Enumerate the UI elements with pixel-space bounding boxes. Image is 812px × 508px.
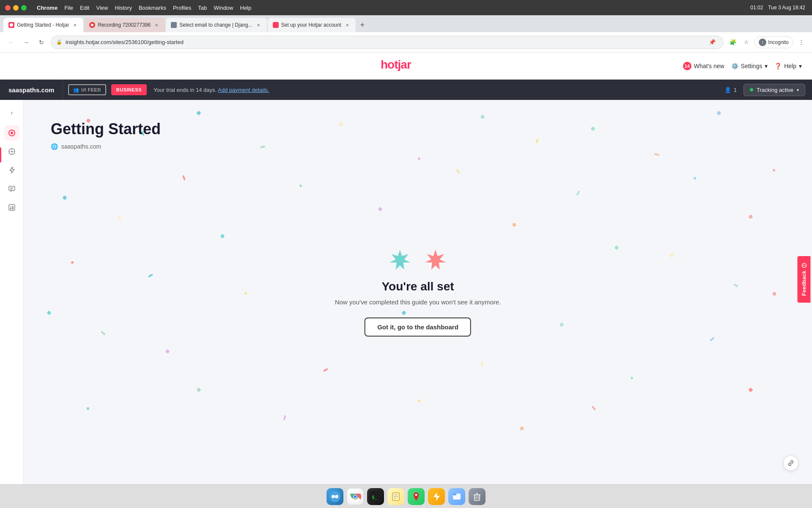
bookmarks-menu[interactable]: Bookmarks — [139, 5, 166, 11]
tab4-close[interactable]: ✕ — [344, 22, 351, 28]
whats-new-label: What's new — [694, 63, 724, 69]
completion-card: You're all set Now you've completed this… — [335, 248, 501, 337]
tab1-favicon — [8, 22, 14, 28]
help-button[interactable]: ❓ Help ▾ — [774, 63, 802, 69]
edit-menu[interactable]: Edit — [80, 5, 89, 11]
users-icon: 👤 — [724, 87, 731, 93]
sidebar-item-surveys[interactable] — [4, 200, 19, 215]
dock-maps[interactable] — [408, 488, 425, 505]
sidebar-item-feedback[interactable] — [4, 181, 19, 196]
settings-icon: ⚙️ — [731, 63, 738, 69]
tab3-favicon — [171, 22, 177, 28]
feedback-tab[interactable]: Feedback — [798, 256, 811, 303]
app-body: › — [0, 100, 812, 484]
sidebar-item-heatmaps[interactable] — [4, 125, 19, 141]
tracking-active-label: Tracking active — [757, 87, 793, 93]
tab3-title: Select email to change | Djang... — [179, 22, 252, 28]
chrome-tab-3[interactable]: Select email to change | Djang... ✕ — [166, 18, 267, 32]
dock-finder[interactable] — [326, 488, 343, 505]
address-bar[interactable]: 🔒 insights.hotjar.com/sites/2536100/gett… — [51, 36, 724, 49]
history-menu[interactable]: History — [115, 5, 132, 11]
svg-rect-11 — [9, 186, 15, 190]
tracking-active-button[interactable]: Tracking active ▾ — [743, 84, 805, 96]
close-window-button[interactable] — [5, 5, 11, 11]
dock-files[interactable] — [448, 488, 465, 505]
chrome-tab-4[interactable]: Set up your Hotjar account ✕ — [268, 18, 356, 32]
help-menu[interactable]: Help — [240, 5, 252, 11]
tab1-close[interactable]: ✕ — [71, 22, 78, 28]
trial-text: Your trial ends in 14 days. Add payment … — [154, 87, 269, 93]
svg-point-0 — [10, 23, 13, 27]
macos-dock: $_ — [0, 484, 812, 508]
svg-point-24 — [332, 495, 335, 498]
left-burst-icon — [387, 248, 413, 273]
svg-point-1 — [91, 24, 93, 26]
go-to-dashboard-button[interactable]: Got it, go to the dashboard — [365, 318, 471, 337]
ui-feed-badge[interactable]: 👥 UI FEED — [68, 84, 106, 95]
help-label: Help — [784, 63, 796, 69]
help-chevron-icon: ▾ — [799, 63, 802, 69]
svg-rect-17 — [12, 207, 14, 210]
tab2-favicon — [89, 22, 95, 28]
chrome-menu-icon[interactable]: ⋮ — [795, 36, 807, 48]
refresh-button[interactable]: ↻ — [36, 36, 47, 48]
pin-icon[interactable]: 📌 — [706, 36, 718, 48]
users-button[interactable]: 👤 1 — [724, 87, 737, 93]
time-label: Tue 3 Aug 18:42 — [768, 5, 805, 11]
sidebar-toggle[interactable]: › — [6, 107, 18, 119]
all-set-heading: You're all set — [335, 280, 501, 293]
dock-trash[interactable] — [469, 488, 486, 505]
tracking-dot — [750, 88, 753, 91]
chrome-tab-2[interactable]: Recording 7200277396 ✕ — [84, 18, 165, 32]
app-name-label[interactable]: Chrome — [37, 5, 58, 11]
business-badge[interactable]: BUSINESS — [111, 84, 147, 95]
ui-feed-label: UI FEED — [81, 87, 101, 92]
chrome-tab-1[interactable]: Getting Started - Hotjar ✕ — [3, 18, 83, 32]
avatar: I — [759, 39, 766, 46]
tab-menu[interactable]: Tab — [198, 5, 207, 11]
site-name[interactable]: saaspaths.com — [0, 80, 63, 100]
add-payment-link[interactable]: Add payment details. — [218, 87, 269, 93]
right-burst-icon — [423, 248, 448, 273]
page-header: Getting Started 🌐 saaspaths.com — [24, 100, 812, 160]
guide-completion-text: Now you've completed this guide you won'… — [335, 298, 501, 306]
view-menu[interactable]: View — [96, 5, 108, 11]
tab2-title: Recording 7200277396 — [98, 22, 151, 28]
extensions-icon[interactable]: 🧩 — [727, 36, 739, 48]
sidebar-active-indicator — [0, 147, 1, 163]
site-bar: saaspaths.com 👥 UI FEED BUSINESS Your tr… — [0, 80, 812, 100]
profile-button[interactable]: I Incognito — [754, 36, 793, 48]
navbar-right: 14 What's new ⚙️ Settings ▾ ❓ Help ▾ — [683, 62, 802, 70]
minimize-window-button[interactable] — [13, 5, 19, 11]
dock-notes[interactable] — [387, 488, 404, 505]
page-subtitle: 🌐 saaspaths.com — [51, 143, 785, 150]
window-menu[interactable]: Window — [214, 5, 233, 11]
new-tab-button[interactable]: + — [357, 19, 368, 31]
svg-rect-38 — [453, 494, 456, 495]
back-button[interactable]: ← — [5, 36, 17, 48]
tab4-favicon — [273, 22, 279, 28]
tab3-close[interactable]: ✕ — [255, 22, 262, 28]
url-text: insights.hotjar.com/sites/2536100/gettin… — [66, 39, 703, 45]
dock-terminal[interactable]: $_ — [367, 488, 384, 505]
tab4-title: Set up your Hotjar account — [281, 22, 341, 28]
sidebar-item-recordings[interactable] — [4, 144, 19, 159]
profiles-menu[interactable]: Profiles — [173, 5, 191, 11]
page-title: Getting Started — [51, 120, 785, 138]
bookmark-icon[interactable]: ☆ — [741, 36, 752, 48]
link-button[interactable] — [783, 456, 798, 471]
svg-marker-19 — [425, 250, 446, 270]
celebration-icons — [335, 248, 501, 273]
file-menu[interactable]: File — [64, 5, 73, 11]
svg-point-6 — [11, 151, 13, 152]
dock-chrome[interactable] — [347, 488, 364, 505]
hotjar-logo[interactable]: hotjar — [381, 57, 431, 75]
whats-new-button[interactable]: 14 What's new — [683, 62, 724, 70]
tab2-close[interactable]: ✕ — [153, 22, 160, 28]
chrome-tabs-bar: Getting Started - Hotjar ✕ Recording 720… — [0, 15, 812, 32]
settings-button[interactable]: ⚙️ Settings ▾ — [731, 63, 768, 69]
sidebar-item-events[interactable] — [4, 163, 19, 178]
forward-button[interactable]: → — [20, 36, 32, 48]
maximize-window-button[interactable] — [21, 5, 27, 11]
dock-lightning[interactable] — [428, 488, 445, 505]
